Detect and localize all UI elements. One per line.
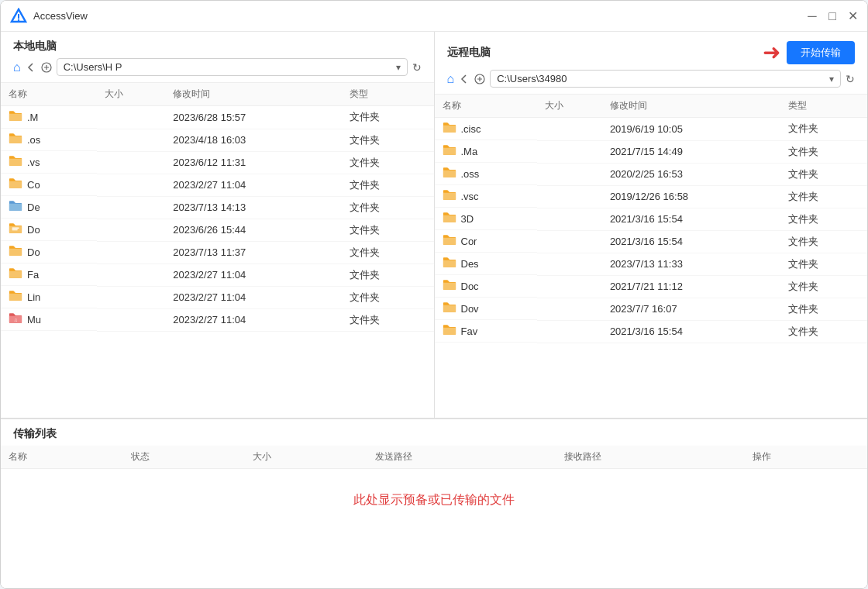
right-path-input-wrapper[interactable]: ▾ — [490, 70, 841, 88]
file-modified: 2023/6/12 11:31 — [165, 151, 342, 174]
transfer-col-action: 操作 — [745, 446, 867, 469]
left-home-icon[interactable]: ⌂ — [13, 60, 21, 74]
file-modified: 2023/2/27 11:04 — [165, 308, 342, 331]
file-modified: 2021/3/16 15:54 — [602, 320, 780, 343]
left-table-row[interactable]: ♫ Mu 2023/2/27 11:04 文件夹 — [1, 308, 434, 331]
file-modified: 2023/2/27 11:04 — [165, 174, 342, 196]
file-type: 文件夹 — [342, 174, 433, 196]
file-name: .os — [27, 134, 40, 146]
left-table-row[interactable]: Lin 2023/2/27 11:04 文件夹 — [1, 286, 434, 308]
left-table-row[interactable]: .vs 2023/6/12 11:31 文件夹 — [1, 151, 434, 174]
right-table-row[interactable]: 3D 2021/3/16 15:54 文件夹 — [435, 208, 868, 230]
right-table-row[interactable]: Doc 2021/7/21 11:12 文件夹 — [435, 275, 868, 298]
file-size — [537, 320, 602, 343]
left-file-table: 名称 大小 修改时间 类型 .M 2023/6/28 15:57 文件夹 — [1, 83, 434, 332]
left-path-input[interactable] — [64, 61, 396, 73]
right-panel-title: 远程电脑 — [447, 46, 491, 60]
file-size — [97, 241, 165, 264]
left-table-row[interactable]: Do 2023/6/26 15:44 文件夹 — [1, 219, 434, 241]
file-modified: 2019/6/19 10:05 — [602, 118, 780, 141]
right-back-icon[interactable] — [459, 74, 470, 84]
red-arrow-icon: ➜ — [763, 40, 780, 65]
file-size — [97, 264, 165, 286]
file-size — [97, 129, 165, 151]
maximize-button[interactable]: □ — [827, 11, 838, 22]
left-path-bar: ⌂ ▾ ↻ — [1, 58, 434, 82]
right-table-row[interactable]: Des 2023/7/13 11:33 文件夹 — [435, 253, 868, 275]
file-type: 文件夹 — [780, 208, 867, 230]
file-modified: 2020/2/25 16:53 — [602, 163, 780, 185]
title-bar: AccessView ─ □ ✕ — [1, 1, 867, 32]
file-size — [537, 298, 602, 320]
start-transfer-button[interactable]: 开始传输 — [787, 41, 855, 64]
left-add-icon[interactable] — [41, 62, 52, 73]
file-modified: 2019/12/26 16:58 — [602, 185, 780, 208]
right-table-row[interactable]: Cor 2021/3/16 15:54 文件夹 — [435, 230, 868, 253]
right-add-icon[interactable] — [474, 74, 485, 84]
file-modified: 2021/3/16 15:54 — [602, 208, 780, 230]
file-type: 文件夹 — [780, 275, 867, 298]
folder-icon — [443, 257, 456, 270]
transfer-table-wrapper: 名称 状态 大小 发送路径 接收路径 操作 此处显示预备或已传输的文件 — [1, 446, 867, 588]
folder-icon: ♫ — [9, 312, 22, 326]
right-table-row[interactable]: .oss 2020/2/25 16:53 文件夹 — [435, 163, 868, 185]
right-table-row[interactable]: Dov 2023/7/7 16:07 文件夹 — [435, 298, 868, 320]
right-path-input[interactable] — [497, 73, 829, 84]
left-col-type: 类型 — [342, 83, 433, 106]
right-panel: 远程电脑 ➜ 开始传输 ⌂ — [435, 32, 868, 418]
left-table-row[interactable]: Do 2023/7/13 11:37 文件夹 — [1, 241, 434, 264]
folder-icon — [9, 290, 22, 304]
minimize-button[interactable]: ─ — [807, 11, 818, 22]
file-modified: 2023/4/18 16:03 — [165, 129, 342, 151]
right-home-icon[interactable]: ⌂ — [447, 72, 455, 86]
file-size — [537, 163, 602, 185]
file-name: .Ma — [461, 146, 478, 157]
transfer-col-size: 大小 — [245, 446, 367, 469]
right-path-dropdown-icon[interactable]: ▾ — [829, 74, 834, 84]
right-table-row[interactable]: .Ma 2021/7/15 14:49 文件夹 — [435, 140, 868, 163]
right-col-modified: 修改时间 — [602, 95, 780, 118]
file-name: Cor — [461, 236, 477, 247]
left-table-row[interactable]: Co 2023/2/27 11:04 文件夹 — [1, 174, 434, 196]
file-type: 文件夹 — [780, 298, 867, 320]
transfer-col-recv-path: 接收路径 — [556, 446, 746, 469]
folder-icon — [443, 301, 456, 315]
close-button[interactable]: ✕ — [847, 11, 858, 22]
right-file-table-wrapper: 名称 大小 修改时间 类型 .cisc 2019/6/19 10:05 文件夹 — [435, 94, 868, 418]
folder-icon — [9, 133, 22, 146]
left-table-row[interactable]: .M 2023/6/28 15:57 文件夹 — [1, 106, 434, 129]
right-table-row[interactable]: Fav 2021/3/16 15:54 文件夹 — [435, 320, 868, 343]
file-modified: 2023/2/27 11:04 — [165, 264, 342, 286]
left-table-row[interactable]: De 2023/7/13 14:13 文件夹 — [1, 196, 434, 219]
left-table-row[interactable]: .os 2023/4/18 16:03 文件夹 — [1, 129, 434, 151]
file-type: 文件夹 — [342, 241, 433, 264]
folder-icon — [443, 234, 456, 248]
file-type: 文件夹 — [342, 151, 433, 174]
main-content: 本地电脑 ⌂ ▾ ↻ — [1, 32, 867, 588]
right-file-table: 名称 大小 修改时间 类型 .cisc 2019/6/19 10:05 文件夹 — [435, 95, 868, 343]
file-type: 文件夹 — [342, 106, 433, 129]
left-table-row[interactable]: Fa 2023/2/27 11:04 文件夹 — [1, 264, 434, 286]
file-type: 文件夹 — [342, 308, 433, 331]
right-table-row[interactable]: .vsc 2019/12/26 16:58 文件夹 — [435, 185, 868, 208]
left-refresh-icon[interactable]: ↻ — [412, 61, 422, 74]
file-size — [97, 308, 165, 331]
file-name: Mu — [27, 314, 41, 326]
file-name: Do — [27, 224, 40, 236]
left-path-input-wrapper[interactable]: ▾ — [57, 58, 408, 76]
file-type: 文件夹 — [342, 129, 433, 151]
file-name: Do — [27, 246, 40, 258]
folder-icon — [9, 200, 22, 214]
right-refresh-icon[interactable]: ↻ — [846, 73, 855, 85]
right-panel-header: 远程电脑 ➜ 开始传输 — [435, 32, 868, 70]
left-path-dropdown-icon[interactable]: ▾ — [396, 62, 401, 73]
folder-icon — [9, 110, 22, 124]
left-panel-title: 本地电脑 — [13, 40, 57, 53]
transfer-table: 名称 状态 大小 发送路径 接收路径 操作 — [1, 446, 867, 469]
file-type: 文件夹 — [780, 118, 867, 141]
left-back-icon[interactable] — [26, 62, 36, 73]
left-col-size: 大小 — [97, 83, 165, 106]
right-col-type: 类型 — [780, 95, 867, 118]
file-modified: 2023/7/13 11:37 — [165, 241, 342, 264]
right-table-row[interactable]: .cisc 2019/6/19 10:05 文件夹 — [435, 118, 868, 141]
